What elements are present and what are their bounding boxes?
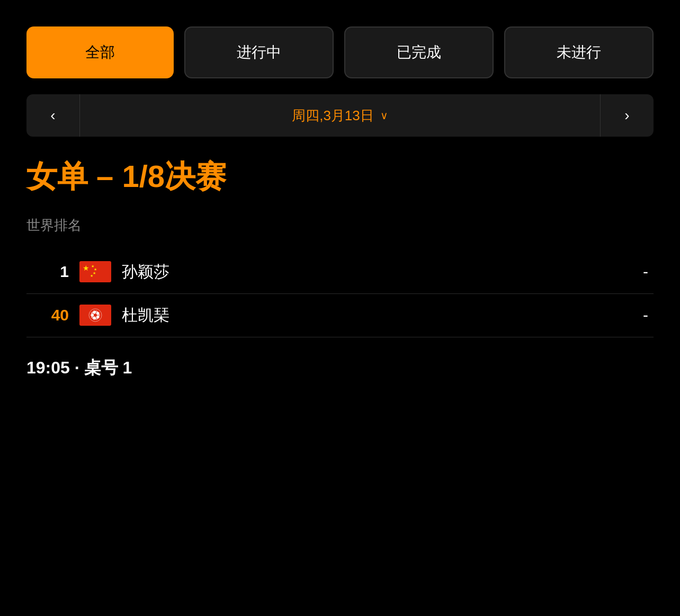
prev-arrow-icon: ‹ — [50, 107, 55, 124]
ranking-label: 世界排名 — [26, 216, 654, 235]
match-table: 桌号 1 — [84, 358, 132, 377]
svg-text:★: ★ — [90, 274, 93, 278]
prev-date-button[interactable]: ‹ — [26, 94, 79, 137]
next-date-button[interactable]: › — [601, 94, 654, 137]
player-2-rank: 40 — [26, 306, 69, 324]
tab-all[interactable]: 全部 — [26, 26, 174, 78]
next-arrow-icon: › — [624, 107, 629, 124]
player-1-rank: 1 — [26, 263, 69, 281]
tab-completed[interactable]: 已完成 — [344, 26, 494, 78]
player-row-1[interactable]: 1 ★ ★ ★ ★ ★ 孙颖莎 - — [26, 251, 654, 294]
main-container: 全部 进行中 已完成 未进行 ‹ 周四,3月13日 ∨ › 女单 – 1/8决赛… — [0, 0, 680, 401]
tab-ongoing[interactable]: 进行中 — [184, 26, 334, 78]
date-label: 周四,3月13日 — [292, 106, 374, 125]
player-2-score: - — [638, 306, 654, 324]
date-chevron-icon: ∨ — [380, 109, 388, 122]
tab-upcoming[interactable]: 未进行 — [504, 26, 654, 78]
player-1-score: - — [638, 263, 654, 281]
date-display[interactable]: 周四,3月13日 ∨ — [79, 94, 601, 137]
svg-text:★: ★ — [83, 264, 90, 272]
svg-text:★: ★ — [94, 267, 97, 271]
match-card: 1 ★ ★ ★ ★ ★ 孙颖莎 - 40 — [26, 251, 654, 337]
filter-tabs: 全部 进行中 已完成 未进行 — [26, 26, 654, 78]
match-separator: · — [75, 358, 84, 377]
player-2-flag — [79, 305, 111, 326]
date-navigator: ‹ 周四,3月13日 ∨ › — [26, 94, 654, 137]
match-info: 19:05 · 桌号 1 — [26, 356, 654, 380]
player-1-flag: ★ ★ ★ ★ ★ — [79, 261, 111, 282]
player-2-name: 杜凯琹 — [122, 305, 627, 326]
player-1-name: 孙颖莎 — [122, 261, 627, 283]
match-time: 19:05 — [26, 358, 70, 377]
section-title: 女单 – 1/8决赛 — [26, 158, 654, 195]
player-row-2[interactable]: 40 — [26, 294, 654, 337]
